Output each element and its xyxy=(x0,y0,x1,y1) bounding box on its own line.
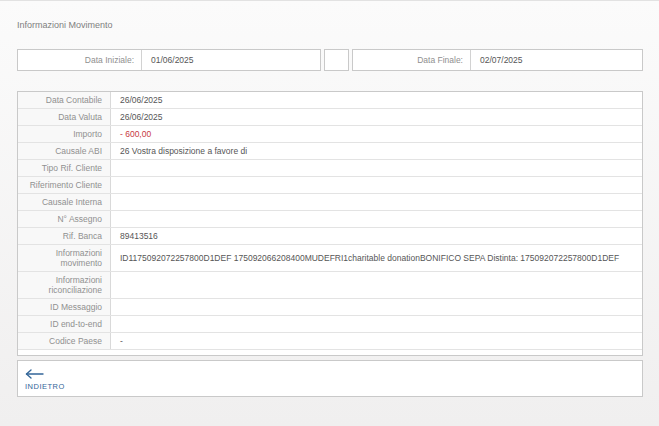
detail-row-informazioni-riconciliazione: Informazioni riconciliazione xyxy=(18,272,642,299)
detail-label: Causale Interna xyxy=(18,194,111,210)
detail-value xyxy=(111,211,642,227)
end-date-label: Data Finale: xyxy=(353,50,471,70)
detail-label: Importo xyxy=(18,126,111,142)
back-arrow-icon xyxy=(25,369,65,379)
detail-label: Causale ABI xyxy=(18,143,111,159)
page-title: Informazioni Movimento xyxy=(17,20,643,30)
detail-value: 26 Vostra disposizione a favore di xyxy=(111,143,642,159)
detail-row-informazioni-movimento: Informazioni movimento ID117509207225780… xyxy=(18,245,642,272)
start-date-label: Data Iniziale: xyxy=(18,50,142,70)
detail-value: - xyxy=(111,333,642,349)
detail-label: Codice Paese xyxy=(18,333,111,349)
detail-label: Informazioni riconciliazione xyxy=(18,272,111,298)
detail-label: Data Contabile xyxy=(18,92,111,108)
detail-label: ID Messaggio xyxy=(18,299,111,315)
start-date-field: Data Iniziale: 01/06/2025 xyxy=(17,49,321,71)
table-empty-footer-row xyxy=(18,350,642,355)
detail-value xyxy=(111,299,642,315)
detail-value xyxy=(111,177,642,193)
detail-row-causale-abi: Causale ABI 26 Vostra disposizione a fav… xyxy=(18,143,642,160)
detail-row-codice-paese: Codice Paese - xyxy=(18,333,642,350)
detail-row-riferimento-cliente: Riferimento Cliente xyxy=(18,177,642,194)
start-date-input[interactable]: 01/06/2025 xyxy=(142,50,194,70)
detail-label: Riferimento Cliente xyxy=(18,177,111,193)
detail-value: 89413516 xyxy=(111,228,642,244)
detail-label: Tipo Rif. Cliente xyxy=(18,160,111,176)
filter-spacer-cell xyxy=(324,49,349,71)
detail-label: ID end-to-end xyxy=(18,316,111,332)
detail-row-rif-banca: Rif. Banca 89413516 xyxy=(18,228,642,245)
detail-label: Data Valuta xyxy=(18,109,111,125)
back-button[interactable]: INDIETRO xyxy=(25,369,65,391)
movement-info-panel: Informazioni Movimento Data Iniziale: 01… xyxy=(17,1,643,397)
end-date-field: Data Finale: 02/07/2025 xyxy=(352,49,643,71)
end-date-input[interactable]: 02/07/2025 xyxy=(471,50,523,70)
detail-row-tipo-rif-cliente: Tipo Rif. Cliente xyxy=(18,160,642,177)
detail-row-id-end-to-end: ID end-to-end xyxy=(18,316,642,333)
date-filter-bar: Data Iniziale: 01/06/2025 Data Finale: 0… xyxy=(17,49,643,71)
detail-value xyxy=(111,272,642,298)
detail-label: Informazioni movimento xyxy=(18,245,111,271)
detail-row-data-valuta: Data Valuta 26/06/2025 xyxy=(18,109,642,126)
detail-row-id-messaggio: ID Messaggio xyxy=(18,299,642,316)
detail-value xyxy=(111,194,642,210)
detail-row-n-assegno: N° Assegno xyxy=(18,211,642,228)
detail-label: Rif. Banca xyxy=(18,228,111,244)
detail-value xyxy=(111,160,642,176)
amount-value: - 600,00 xyxy=(111,126,642,142)
detail-value: 26/06/2025 xyxy=(111,109,642,125)
back-button-label: INDIETRO xyxy=(25,382,65,391)
detail-value: 26/06/2025 xyxy=(111,92,642,108)
footer-bar: INDIETRO xyxy=(17,360,643,397)
detail-value xyxy=(111,316,642,332)
detail-label: N° Assegno xyxy=(18,211,111,227)
detail-row-importo: Importo - 600,00 xyxy=(18,126,642,143)
detail-value: ID1175092072257800D1DEF 175092066208400M… xyxy=(111,245,642,271)
detail-row-causale-interna: Causale Interna xyxy=(18,194,642,211)
detail-row-data-contabile: Data Contabile 26/06/2025 xyxy=(18,92,642,109)
movement-details-table: Data Contabile 26/06/2025 Data Valuta 26… xyxy=(17,91,643,356)
